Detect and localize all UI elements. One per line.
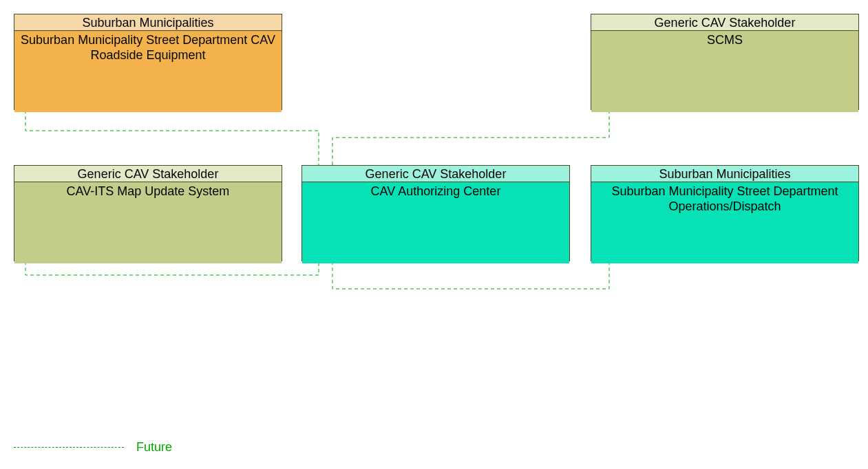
node-stakeholder-label: Generic CAV Stakeholder: [14, 166, 282, 182]
node-stakeholder-label: Suburban Municipalities: [591, 166, 858, 182]
node-name-label: Suburban Municipality Street Department …: [591, 182, 858, 263]
legend-label-future: Future: [136, 440, 172, 455]
wire-midright-center: [332, 261, 609, 289]
node-stakeholder-label: Generic CAV Stakeholder: [302, 166, 569, 182]
legend-line-future: [14, 447, 124, 448]
node-cav-authorizing-center[interactable]: Generic CAV Stakeholder CAV Authorizing …: [301, 165, 570, 261]
legend: Future: [14, 440, 172, 455]
wire-topright-center: [332, 110, 609, 165]
node-stakeholder-label: Generic CAV Stakeholder: [591, 14, 858, 31]
wire-midleft-center: [25, 261, 319, 275]
node-cav-its-map-update[interactable]: Generic CAV Stakeholder CAV-ITS Map Upda…: [14, 165, 282, 261]
node-scms[interactable]: Generic CAV Stakeholder SCMS: [591, 14, 859, 110]
wire-topleft-center: [25, 110, 319, 165]
diagram-canvas: Suburban Municipalities Suburban Municip…: [0, 0, 868, 469]
node-suburban-roadside-equipment[interactable]: Suburban Municipalities Suburban Municip…: [14, 14, 282, 110]
node-name-label: CAV-ITS Map Update System: [14, 182, 282, 263]
node-name-label: SCMS: [591, 31, 858, 112]
node-name-label: CAV Authorizing Center: [302, 182, 569, 263]
node-suburban-ops-dispatch[interactable]: Suburban Municipalities Suburban Municip…: [591, 165, 859, 261]
node-stakeholder-label: Suburban Municipalities: [14, 14, 282, 31]
node-name-label: Suburban Municipality Street Department …: [14, 31, 282, 112]
